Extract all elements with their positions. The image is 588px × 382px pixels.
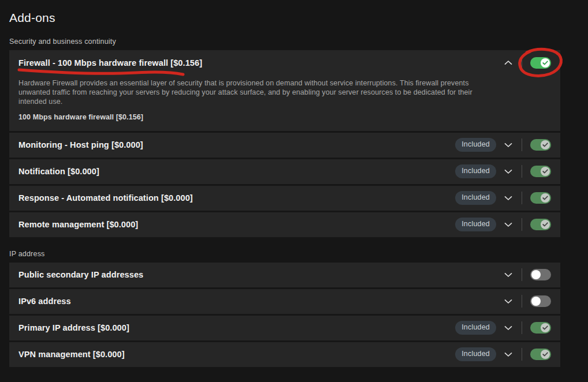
divider bbox=[522, 348, 522, 361]
addon-toggle[interactable] bbox=[530, 322, 551, 334]
divider bbox=[522, 192, 522, 204]
row-controls: Included bbox=[455, 191, 551, 205]
included-badge: Included bbox=[455, 191, 496, 205]
check-icon bbox=[542, 169, 548, 174]
addon-body: Hardware Firewall provides an essential … bbox=[9, 78, 560, 131]
included-badge: Included bbox=[455, 347, 496, 361]
check-icon bbox=[542, 143, 548, 147]
addon-title: VPN management [$0.000] bbox=[18, 350, 455, 359]
row-controls: Included bbox=[455, 321, 551, 335]
addon-title: IPv6 address bbox=[18, 297, 496, 306]
toggle-wrap bbox=[530, 166, 551, 177]
chevron-up-icon[interactable] bbox=[503, 59, 513, 66]
addon-toggle[interactable] bbox=[530, 139, 551, 151]
addon-row-header[interactable]: Remote management [$0.000] Included bbox=[9, 212, 560, 237]
toggle-wrap bbox=[530, 139, 551, 151]
addon-toggle[interactable] bbox=[530, 192, 551, 204]
row-controls: Included bbox=[455, 218, 551, 231]
addon-row-header[interactable]: IPv6 address bbox=[9, 289, 560, 314]
addon-title: Firewall - 100 Mbps hardware firewall [$… bbox=[18, 58, 496, 68]
row-controls bbox=[496, 295, 551, 308]
toggle-knob bbox=[541, 167, 550, 176]
addon-row-header[interactable]: Firewall - 100 Mbps hardware firewall [$… bbox=[9, 50, 560, 75]
addon-row-header[interactable]: VPN management [$0.000] Included bbox=[9, 342, 560, 367]
addon-row: Monitoring - Host ping [$0.000] Included bbox=[9, 133, 560, 158]
check-icon bbox=[542, 222, 548, 227]
chevron-down-icon[interactable] bbox=[503, 168, 513, 175]
toggle-knob bbox=[541, 220, 550, 229]
toggle-wrap bbox=[530, 322, 551, 334]
addon-row-header[interactable]: Public secondary IP addresses bbox=[9, 263, 560, 287]
addon-row-header[interactable]: Monitoring - Host ping [$0.000] Included bbox=[9, 133, 560, 158]
section-rows: Public secondary IP addresses bbox=[9, 263, 560, 367]
addon-toggle[interactable] bbox=[530, 349, 551, 360]
addon-row: IPv6 address bbox=[9, 289, 560, 314]
addon-toggle[interactable] bbox=[530, 219, 551, 230]
sections-container: Security and business continuity Firewal… bbox=[9, 38, 588, 367]
addon-row-header[interactable]: Response - Automated notification [$0.00… bbox=[9, 186, 560, 211]
addon-section: IP address Public secondary IP addresses bbox=[9, 250, 588, 367]
selected-option: 100 Mbps hardware firewall [$0.156] bbox=[18, 113, 551, 121]
addon-toggle[interactable] bbox=[530, 166, 551, 177]
chevron-down-icon[interactable] bbox=[503, 141, 513, 149]
addon-description: Hardware Firewall provides an essential … bbox=[18, 78, 481, 107]
divider bbox=[522, 165, 522, 178]
divider bbox=[522, 138, 522, 151]
addon-toggle[interactable] bbox=[530, 295, 551, 307]
chevron-down-icon[interactable] bbox=[503, 351, 513, 358]
included-badge: Included bbox=[455, 138, 496, 152]
addon-title: Public secondary IP addresses bbox=[18, 270, 496, 279]
addon-section: Security and business continuity Firewal… bbox=[9, 38, 588, 237]
addon-row: Primary IP address [$0.000] Included bbox=[9, 316, 560, 340]
row-controls bbox=[496, 268, 551, 281]
toggle-wrap bbox=[530, 57, 551, 69]
red-underline-annotation bbox=[17, 67, 185, 76]
chevron-down-icon[interactable] bbox=[503, 298, 513, 305]
toggle-wrap bbox=[530, 295, 551, 307]
toggle-knob bbox=[541, 140, 550, 149]
toggle-wrap bbox=[530, 219, 551, 230]
toggle-knob bbox=[531, 297, 541, 306]
divider bbox=[522, 321, 522, 334]
row-controls: Included bbox=[455, 347, 551, 361]
toggle-wrap bbox=[530, 269, 551, 280]
addon-title: Notification [$0.000] bbox=[18, 167, 455, 176]
addon-title: Remote management [$0.000] bbox=[18, 220, 455, 229]
section-rows: Firewall - 100 Mbps hardware firewall [$… bbox=[9, 50, 560, 237]
row-controls: Included bbox=[455, 138, 551, 152]
check-icon bbox=[542, 325, 548, 330]
addon-row-header[interactable]: Primary IP address [$0.000] Included bbox=[9, 316, 560, 340]
toggle-knob bbox=[541, 323, 550, 332]
chevron-down-icon[interactable] bbox=[503, 271, 513, 279]
addon-title: Monitoring - Host ping [$0.000] bbox=[18, 140, 455, 149]
included-badge: Included bbox=[455, 321, 496, 335]
divider bbox=[522, 57, 522, 69]
divider bbox=[522, 268, 522, 281]
addon-toggle[interactable] bbox=[530, 269, 551, 280]
addon-row: Notification [$0.000] Included bbox=[9, 159, 560, 184]
page-title: Add-ons bbox=[9, 11, 588, 25]
addon-title: Primary IP address [$0.000] bbox=[18, 323, 455, 332]
chevron-down-icon[interactable] bbox=[503, 324, 513, 332]
check-icon bbox=[542, 61, 548, 65]
addon-toggle[interactable] bbox=[530, 57, 551, 69]
included-badge: Included bbox=[455, 164, 496, 178]
toggle-wrap bbox=[530, 349, 551, 360]
check-icon bbox=[542, 196, 548, 200]
row-controls: Included bbox=[455, 164, 551, 178]
toggle-knob bbox=[541, 193, 550, 203]
section-label: IP address bbox=[9, 250, 588, 258]
addon-row: Response - Automated notification [$0.00… bbox=[9, 186, 560, 211]
addon-row: Remote management [$0.000] Included bbox=[9, 212, 560, 237]
addon-row: Firewall - 100 Mbps hardware firewall [$… bbox=[9, 50, 560, 131]
chevron-down-icon[interactable] bbox=[503, 194, 513, 202]
included-badge: Included bbox=[455, 218, 496, 231]
divider bbox=[522, 295, 522, 308]
toggle-knob bbox=[541, 58, 550, 68]
toggle-wrap bbox=[530, 192, 551, 204]
chevron-down-icon[interactable] bbox=[503, 221, 513, 229]
check-icon bbox=[542, 352, 548, 357]
addon-row-header[interactable]: Notification [$0.000] Included bbox=[9, 159, 560, 184]
addon-row: Public secondary IP addresses bbox=[9, 263, 560, 287]
addons-page: Add-ons Security and business continuity… bbox=[0, 0, 588, 367]
